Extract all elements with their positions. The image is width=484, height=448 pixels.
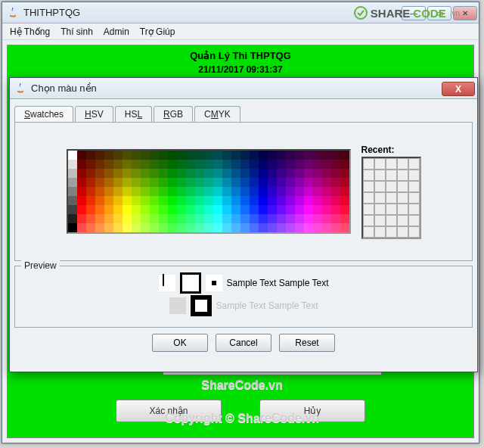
swatch[interactable] <box>168 160 177 169</box>
swatch[interactable] <box>113 151 123 160</box>
menu-help[interactable]: Trợ Giúp <box>140 26 175 37</box>
swatch[interactable] <box>286 214 295 223</box>
swatch[interactable] <box>95 214 104 223</box>
swatch[interactable] <box>322 187 331 196</box>
swatch[interactable] <box>340 205 349 214</box>
swatch[interactable] <box>186 205 195 214</box>
swatch[interactable] <box>331 160 340 169</box>
recent-swatch[interactable] <box>386 226 397 238</box>
swatch[interactable] <box>277 214 286 223</box>
swatch[interactable] <box>340 169 349 178</box>
swatch[interactable] <box>331 214 340 223</box>
swatch[interactable] <box>331 223 340 232</box>
swatch[interactable] <box>340 196 349 205</box>
swatch[interactable] <box>168 169 177 178</box>
swatch[interactable] <box>304 169 313 178</box>
swatch[interactable] <box>186 151 195 160</box>
swatch[interactable] <box>204 214 213 223</box>
swatch[interactable] <box>159 205 168 214</box>
swatch[interactable] <box>95 178 104 187</box>
swatch[interactable] <box>132 223 141 232</box>
swatch[interactable] <box>104 205 113 214</box>
swatch[interactable] <box>77 151 86 160</box>
swatch[interactable] <box>331 151 340 160</box>
swatch[interactable] <box>304 187 313 196</box>
swatch[interactable] <box>295 160 304 169</box>
swatch[interactable] <box>86 160 95 169</box>
swatch[interactable] <box>132 187 141 196</box>
swatch[interactable] <box>213 178 222 187</box>
swatch[interactable] <box>304 196 313 205</box>
swatch[interactable] <box>159 178 168 187</box>
swatch[interactable] <box>159 169 168 178</box>
swatch[interactable] <box>77 214 86 223</box>
dialog-close-button[interactable]: X <box>442 82 475 96</box>
swatch[interactable] <box>268 205 277 214</box>
swatch[interactable] <box>295 223 304 232</box>
swatch[interactable] <box>132 160 141 169</box>
swatch[interactable] <box>168 187 177 196</box>
swatch[interactable] <box>150 187 159 196</box>
swatch[interactable] <box>150 214 159 223</box>
swatch[interactable] <box>177 160 186 169</box>
swatch[interactable] <box>177 196 186 205</box>
swatch[interactable] <box>295 187 304 196</box>
recent-swatch[interactable] <box>363 158 374 170</box>
recent-swatch[interactable] <box>397 204 408 215</box>
swatch[interactable] <box>259 187 268 196</box>
swatch[interactable] <box>313 196 322 205</box>
swatch[interactable] <box>222 160 231 169</box>
swatch[interactable] <box>141 187 150 196</box>
swatch[interactable] <box>113 178 123 187</box>
swatch[interactable] <box>295 196 304 205</box>
recent-swatch[interactable] <box>397 192 408 204</box>
swatch[interactable] <box>95 196 104 205</box>
swatch[interactable] <box>222 178 231 187</box>
recent-swatch[interactable] <box>386 204 397 215</box>
swatch[interactable] <box>331 187 340 196</box>
swatch[interactable] <box>195 169 204 178</box>
swatch[interactable] <box>104 169 113 178</box>
recent-swatch[interactable] <box>386 181 397 192</box>
swatch[interactable] <box>113 214 123 223</box>
menu-admin[interactable]: Admin <box>104 26 129 37</box>
recent-swatch[interactable] <box>363 192 374 204</box>
swatch[interactable] <box>340 151 349 160</box>
swatch[interactable] <box>195 205 204 214</box>
swatch[interactable] <box>77 178 86 187</box>
swatch[interactable] <box>295 169 304 178</box>
swatch[interactable] <box>150 205 159 214</box>
swatch[interactable] <box>277 151 286 160</box>
swatch[interactable] <box>204 169 213 178</box>
recent-swatch[interactable] <box>386 158 397 170</box>
swatch[interactable] <box>204 205 213 214</box>
swatch[interactable] <box>231 151 240 160</box>
swatch[interactable] <box>250 187 259 196</box>
swatch[interactable] <box>123 223 132 232</box>
tab-rgb[interactable]: RGB <box>154 106 193 122</box>
swatch[interactable] <box>104 178 113 187</box>
swatch[interactable] <box>286 196 295 205</box>
recent-swatch[interactable] <box>408 192 420 204</box>
swatch[interactable] <box>295 205 304 214</box>
swatch[interactable] <box>195 223 204 232</box>
swatch[interactable] <box>195 160 204 169</box>
swatch[interactable] <box>259 160 268 169</box>
swatch[interactable] <box>132 169 141 178</box>
swatch[interactable] <box>231 223 240 232</box>
swatch[interactable] <box>68 151 77 160</box>
swatch[interactable] <box>286 151 295 160</box>
swatch[interactable] <box>95 151 104 160</box>
swatch[interactable] <box>222 187 231 196</box>
recent-swatch[interactable] <box>408 170 420 181</box>
cancel-main-button[interactable]: Hủy <box>259 400 365 422</box>
swatch[interactable] <box>286 205 295 214</box>
submit-button[interactable]: Xác nhận <box>116 400 222 422</box>
swatch[interactable] <box>141 151 150 160</box>
swatch[interactable] <box>295 214 304 223</box>
swatch[interactable] <box>322 214 331 223</box>
swatch[interactable] <box>231 178 240 187</box>
swatch[interactable] <box>286 223 295 232</box>
swatch[interactable] <box>268 178 277 187</box>
swatch[interactable] <box>113 196 123 205</box>
